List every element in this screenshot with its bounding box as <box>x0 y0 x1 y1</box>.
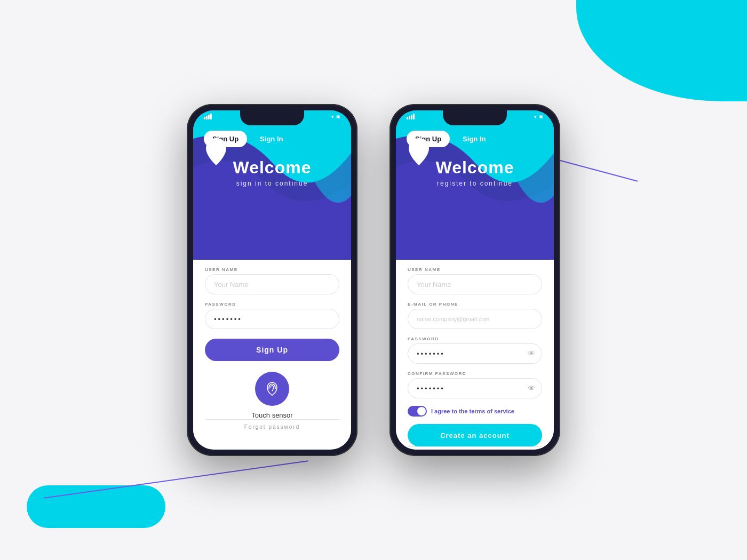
password-label-left: PASSWORD <box>205 302 339 307</box>
welcome-left: Welcome sign in to continue <box>193 147 351 187</box>
email-group-right: E-MAIL OR PHONE name.company@gmail.com <box>408 302 542 329</box>
password-label-right: PASSWORD <box>408 337 542 341</box>
welcome-title-right: Welcome <box>396 158 554 178</box>
confirm-password-label-right: CONFIRM PASSWORD <box>408 371 542 376</box>
fingerprint-label: Touch sensor <box>251 411 292 419</box>
status-bar-left: ▾ ▣ <box>193 114 351 119</box>
password-group-left: PASSWORD ••••••• <box>205 302 339 329</box>
keep-signed-row: Keep me signed in <box>408 446 542 450</box>
bg-decoration-cyan-top <box>576 0 747 101</box>
email-value-right: name.company@gmail.com <box>417 316 490 322</box>
toggle-thumb <box>417 407 426 415</box>
username-input-right[interactable]: Your Name <box>408 274 542 294</box>
phone-left: ▾ ▣ Sign Up Sign In <box>187 104 357 456</box>
header-left: Sign Up Sign In Welcome sign in to conti… <box>193 110 351 260</box>
status-bar-right: ▾ ▣ <box>396 114 554 119</box>
terms-row: I agree to the terms of service <box>408 406 542 417</box>
phones-container: ▾ ▣ Sign Up Sign In <box>187 104 560 456</box>
confirm-password-input-right[interactable]: ••••••• 👁 <box>408 378 542 398</box>
phone-right-screen: ▾ ▣ Sign Up Sign In <box>396 110 554 450</box>
forgot-password-link[interactable]: Forgot password <box>205 419 339 430</box>
terms-link[interactable]: terms of service <box>470 408 514 414</box>
welcome-subtitle-right: register to continue <box>396 180 554 187</box>
welcome-subtitle-left: sign in to continue <box>193 180 351 187</box>
battery-wifi-left: ▾ ▣ <box>331 114 340 119</box>
signal-left <box>204 114 212 119</box>
header-right: Sign Up Sign In Welcome register to cont… <box>396 110 554 260</box>
body-right: USER NAME Your Name E-MAIL OR PHONE name… <box>396 260 554 450</box>
username-value-left: Your Name <box>214 281 249 289</box>
username-value-right: Your Name <box>417 281 451 289</box>
eye-icon-confirm[interactable]: 👁 <box>528 384 535 393</box>
password-input-left[interactable]: ••••••• <box>205 309 339 329</box>
fingerprint-section: Touch sensor <box>205 372 339 419</box>
email-label-right: E-MAIL OR PHONE <box>408 302 542 307</box>
username-group-left: USER NAME Your Name <box>205 267 339 294</box>
bg-decoration-cyan-bottom <box>27 485 165 528</box>
phone-left-screen: ▾ ▣ Sign Up Sign In <box>193 110 351 450</box>
battery-wifi-right: ▾ ▣ <box>534 114 543 119</box>
body-left: USER NAME Your Name PASSWORD ••••••• Sig… <box>193 260 351 438</box>
password-value-left: ••••••• <box>214 315 242 323</box>
bg-decoration-line-1 <box>44 460 308 499</box>
confirm-password-value-right: ••••••• <box>417 385 445 393</box>
terms-text: I agree to the terms of service <box>431 408 514 414</box>
signal-right <box>407 114 415 119</box>
fingerprint-button[interactable] <box>255 372 289 406</box>
welcome-title-left: Welcome <box>193 158 351 178</box>
confirm-password-group-right: CONFIRM PASSWORD ••••••• 👁 <box>408 371 542 398</box>
tab-signin-right[interactable]: Sign In <box>454 131 494 147</box>
username-label-left: USER NAME <box>205 267 339 272</box>
email-input-right[interactable]: name.company@gmail.com <box>408 309 542 329</box>
password-group-right: PASSWORD ••••••• 👁 <box>408 337 542 364</box>
welcome-right: Welcome register to continue <box>396 147 554 187</box>
username-group-right: USER NAME Your Name <box>408 267 542 294</box>
password-value-right: ••••••• <box>417 350 445 358</box>
password-input-right[interactable]: ••••••• 👁 <box>408 343 542 364</box>
create-account-button[interactable]: Create an account <box>408 424 542 446</box>
tab-signin-left[interactable]: Sign In <box>251 131 291 147</box>
eye-icon-password[interactable]: 👁 <box>528 349 535 358</box>
username-label-right: USER NAME <box>408 267 542 272</box>
terms-toggle[interactable] <box>408 406 427 417</box>
username-input-left[interactable]: Your Name <box>205 274 339 294</box>
signup-button-left[interactable]: Sign Up <box>205 339 339 361</box>
phone-right: ▾ ▣ Sign Up Sign In <box>390 104 560 456</box>
